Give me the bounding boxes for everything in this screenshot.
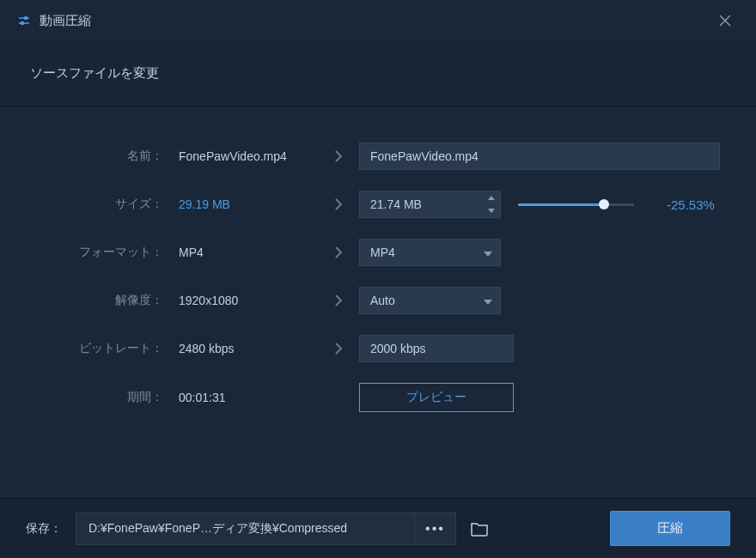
size-slider[interactable] (518, 203, 634, 206)
save-path-box[interactable]: D:¥FonePaw¥FoneP…ディア変換¥Compressed (76, 513, 415, 545)
label-resolution: 解像度： (26, 293, 163, 308)
content-area: 名前： FonePawVideo.mp4 サイズ： 29.19 MB (0, 106, 756, 450)
row-format: フォーマット： MP4 MP4 (26, 239, 730, 266)
target-size-spinner[interactable] (359, 191, 501, 218)
target-bitrate-input[interactable] (359, 335, 514, 362)
footer: 保存： D:¥FonePaw¥FoneP…ディア変換¥Compressed ••… (0, 498, 756, 558)
open-folder-button[interactable] (470, 521, 489, 537)
slider-thumb[interactable] (599, 199, 609, 209)
arrow-icon (318, 150, 359, 162)
source-resolution: 1920x1080 (163, 294, 318, 307)
label-format: フォーマット： (26, 245, 163, 260)
svg-point-3 (21, 22, 24, 25)
compress-icon (17, 14, 31, 27)
size-reduction-percent: -25.53% (667, 197, 715, 212)
preview-button[interactable]: プレビュー (359, 383, 514, 412)
subheader: ソースファイルを変更 (0, 41, 756, 106)
size-increment-button[interactable] (483, 191, 500, 204)
source-bitrate: 2480 kbps (163, 342, 318, 355)
format-select-value[interactable]: MP4 (359, 239, 501, 266)
source-duration: 00:01:31 (163, 391, 318, 404)
row-size: サイズ： 29.19 MB (26, 191, 730, 218)
target-size-input[interactable] (359, 191, 501, 218)
format-select[interactable]: MP4 (359, 239, 501, 266)
arrow-icon (318, 343, 359, 355)
svg-marker-7 (488, 209, 495, 213)
row-duration: 期間： 00:01:31 プレビュー (26, 383, 730, 412)
row-name: 名前： FonePawVideo.mp4 (26, 143, 730, 170)
close-button[interactable] (711, 7, 739, 34)
titlebar: 動画圧縮 (0, 0, 756, 41)
arrow-icon (318, 294, 359, 306)
arrow-icon (318, 246, 359, 258)
label-size: サイズ： (26, 197, 163, 212)
source-size: 29.19 MB (163, 197, 318, 211)
label-name: 名前： (26, 149, 163, 164)
target-name-input[interactable] (359, 143, 720, 170)
source-name: FonePawVideo.mp4 (163, 149, 318, 163)
save-path-menu-button[interactable]: ••• (415, 513, 456, 545)
source-format: MP4 (163, 246, 318, 259)
compress-button[interactable]: 圧縮 (610, 511, 730, 546)
label-duration: 期間： (26, 390, 163, 405)
svg-marker-6 (488, 196, 495, 200)
size-decrement-button[interactable] (483, 204, 500, 217)
resolution-select[interactable]: Auto (359, 287, 501, 314)
label-bitrate: ビットレート： (26, 341, 163, 356)
arrow-icon (318, 198, 359, 210)
resolution-select-value[interactable]: Auto (359, 287, 501, 314)
subheader-text: ソースファイルを変更 (30, 65, 159, 82)
row-resolution: 解像度： 1920x1080 Auto (26, 287, 730, 314)
window-title: 動画圧縮 (40, 13, 711, 29)
svg-point-2 (25, 17, 27, 20)
save-label: 保存： (26, 521, 62, 537)
row-bitrate: ビットレート： 2480 kbps (26, 335, 730, 362)
